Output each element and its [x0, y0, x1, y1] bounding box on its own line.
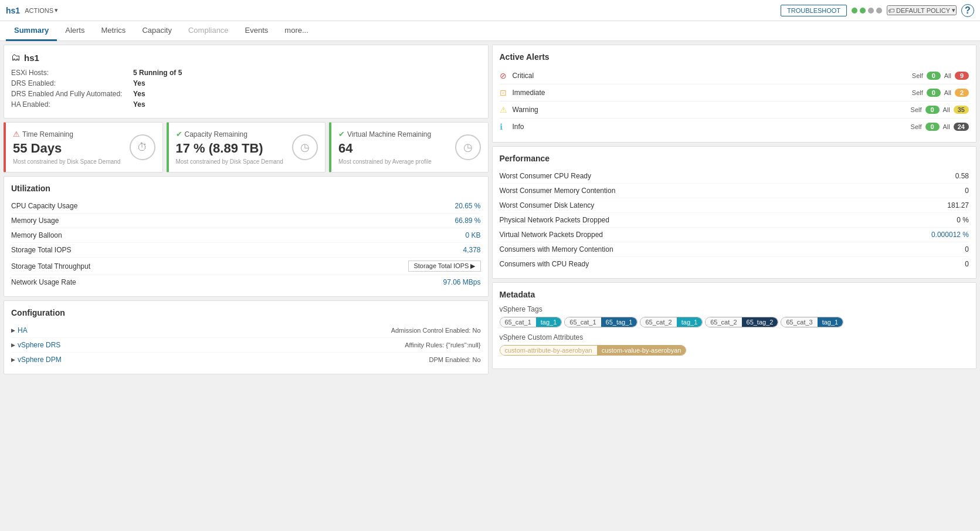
tab-compliance: Compliance	[180, 21, 237, 41]
configuration-card: Configuration ▶ HA Admission Control Ena…	[4, 300, 489, 374]
info-self-badge: 0	[925, 123, 940, 131]
custom-attr-item-1: custom-attribute-by-aserobyan custom-val…	[500, 345, 687, 356]
perf-row-mem-contention-consumers: Consumers with Memory Contention 0	[500, 242, 969, 257]
tag-item-5: 65_cat_3 tag_1	[781, 317, 843, 327]
cluster-icon: 🗂	[11, 52, 21, 63]
chevron-icon-ha: ▶	[11, 327, 15, 333]
help-button[interactable]: ?	[961, 4, 974, 17]
info-header: 🗂 hs1	[11, 52, 481, 63]
active-alerts-title: Active Alerts	[500, 52, 969, 62]
perf-row-cpu-ready: Worst Consumer CPU Ready 0.58	[500, 169, 969, 184]
vm-remaining-icon: ◷	[455, 134, 481, 160]
tag-item-3: 65_cat_2 tag_1	[640, 317, 703, 327]
critical-self-badge: 0	[927, 72, 941, 80]
time-remaining-icon: ⏱	[130, 134, 155, 160]
right-column: Active Alerts ⊘ Critical Self 0 All 9 ⊡ …	[492, 45, 977, 374]
top-bar-left: hs1 ACTIONS ▾	[6, 6, 58, 15]
immediate-all-badge: 2	[955, 89, 969, 97]
status-dot-gray1	[868, 8, 874, 13]
time-remaining-card: ⚠ Time Remaining 55 Days Most constraine…	[4, 122, 163, 173]
capacity-remaining-value: 17 % (8.89 TB)	[176, 141, 283, 156]
info-all-badge: 24	[954, 123, 969, 131]
status-dot-green1	[852, 8, 857, 13]
alert-row-immediate: ⊡ Immediate Self 0 All 2	[500, 84, 969, 102]
vm-remaining-sub: Most constrained by Average profile	[338, 158, 432, 165]
active-alerts-card: Active Alerts ⊘ Critical Self 0 All 9 ⊡ …	[492, 45, 977, 143]
capacity-remaining-card: ✔ Capacity Remaining 17 % (8.89 TB) Most…	[167, 122, 326, 173]
ok-icon-2: ✔	[338, 130, 345, 138]
throughput-tooltip: Storage Total IOPS ▶	[408, 261, 480, 272]
chevron-icon-drs: ▶	[11, 342, 15, 348]
custom-attrs-row: custom-attribute-by-aserobyan custom-val…	[500, 345, 969, 356]
chevron-icon-dpm: ▶	[11, 357, 15, 363]
perf-row-mem-contention: Worst Consumer Memory Contention 0	[500, 184, 969, 198]
config-row-dpm: ▶ vSphere DPM DPM Enabled: No	[11, 353, 481, 367]
tab-capacity[interactable]: Capacity	[134, 21, 180, 41]
util-row-cpu: CPU Capacity Usage 20.65 %	[11, 199, 481, 214]
top-bar: hs1 ACTIONS ▾ TROUBLESHOOT 🏷 DEFAULT POL…	[0, 0, 980, 21]
actions-button[interactable]: ACTIONS ▾	[25, 6, 58, 14]
info-row-drs: DRS Enabled: Yes	[11, 79, 481, 87]
ok-icon-1: ✔	[176, 130, 182, 138]
tab-bar: Summary Alerts Metrics Capacity Complian…	[0, 21, 980, 41]
info-row-drs-auto: DRS Enabled And Fully Automated: Yes	[11, 90, 481, 98]
tab-more[interactable]: more...	[276, 21, 316, 41]
custom-attributes-label: vSphere Custom Attributes	[500, 333, 969, 341]
alert-row-warning: ⚠ Warning Self 0 All 35	[500, 102, 969, 119]
tab-summary[interactable]: Summary	[6, 21, 57, 41]
troubleshoot-button[interactable]: TROUBLESHOOT	[781, 5, 847, 16]
capacity-remaining-sub: Most constrained by Disk Space Demand	[176, 158, 283, 165]
tab-metrics[interactable]: Metrics	[93, 21, 134, 41]
immediate-icon: ⊡	[500, 88, 513, 97]
config-row-ha: ▶ HA Admission Control Enabled: No	[11, 323, 481, 338]
utilization-title: Utilization	[11, 184, 481, 193]
tag-item-2: 65_cat_1 65_tag_1	[564, 317, 637, 327]
info-row-esxi: ESXi Hosts: 5 Running of 5	[11, 69, 481, 77]
alert-row-info: ℹ Info Self 0 All 24	[500, 119, 969, 135]
configuration-title: Configuration	[11, 308, 481, 317]
util-row-throughput: Storage Total Throughput Storage Total I…	[11, 258, 481, 275]
info-card: 🗂 hs1 ESXi Hosts: 5 Running of 5 DRS Ena…	[4, 45, 489, 119]
metadata-title: Metadata	[500, 290, 969, 299]
critical-all-badge: 9	[955, 72, 969, 80]
policy-icon: 🏷	[888, 7, 894, 14]
info-icon: ℹ	[500, 122, 513, 131]
time-remaining-value: 55 Days	[13, 141, 120, 156]
config-row-drs: ▶ vSphere DRS Affinity Rules: {"rules":n…	[11, 338, 481, 353]
vsphere-tags-label: vSphere Tags	[500, 305, 969, 313]
custom-attributes-section: vSphere Custom Attributes custom-attribu…	[500, 333, 969, 356]
performance-card: Performance Worst Consumer CPU Ready 0.5…	[492, 146, 977, 279]
tags-row: 65_cat_1 tag_1 65_cat_1 65_tag_1 65_cat_…	[500, 317, 969, 327]
metadata-card: Metadata vSphere Tags 65_cat_1 tag_1 65_…	[492, 282, 977, 369]
capacity-remaining-icon: ◷	[292, 134, 318, 160]
vsphere-tags-section: vSphere Tags 65_cat_1 tag_1 65_cat_1 65_…	[500, 305, 969, 327]
left-column: 🗂 hs1 ESXi Hosts: 5 Running of 5 DRS Ena…	[4, 45, 489, 374]
info-row-ha: HA Enabled: Yes	[11, 100, 481, 109]
status-dot-gray2	[876, 8, 882, 13]
critical-icon: ⊘	[500, 71, 513, 80]
util-row-iops: Storage Total IOPS 4,378	[11, 243, 481, 258]
time-remaining-sub: Most constrained by Disk Space Demand	[13, 158, 120, 165]
tab-events[interactable]: Events	[237, 21, 277, 41]
warning-self-badge: 0	[925, 106, 940, 114]
tab-alerts[interactable]: Alerts	[57, 21, 93, 41]
tag-item-1: 65_cat_1 tag_1	[500, 317, 562, 327]
status-dot-green2	[860, 8, 866, 13]
vm-remaining-value: 64	[338, 141, 432, 156]
top-bar-right: TROUBLESHOOT 🏷 DEFAULT POLICY ▾ ?	[781, 4, 974, 17]
perf-row-cpu-ready-consumers: Consumers with CPU Ready 0	[500, 257, 969, 271]
warning-icon: ⚠	[13, 130, 20, 138]
util-row-balloon: Memory Balloon 0 KB	[11, 228, 481, 243]
alert-row-critical: ⊘ Critical Self 0 All 9	[500, 67, 969, 84]
util-row-memory: Memory Usage 66.89 %	[11, 214, 481, 228]
warning-all-badge: 35	[954, 106, 969, 114]
cluster-title: hs1	[24, 53, 39, 63]
warning-alert-icon: ⚠	[500, 105, 513, 114]
tag-item-4: 65_cat_2 65_tag_2	[705, 317, 778, 327]
status-indicators	[852, 8, 882, 13]
perf-row-disk-latency: Worst Consumer Disk Latency 181.27	[500, 198, 969, 213]
utilization-card: Utilization CPU Capacity Usage 20.65 % M…	[4, 176, 489, 297]
util-row-network: Network Usage Rate 97.06 MBps	[11, 275, 481, 289]
perf-row-virt-net: Virtual Network Packets Dropped 0.000012…	[500, 228, 969, 242]
policy-button[interactable]: 🏷 DEFAULT POLICY ▾	[887, 5, 957, 15]
